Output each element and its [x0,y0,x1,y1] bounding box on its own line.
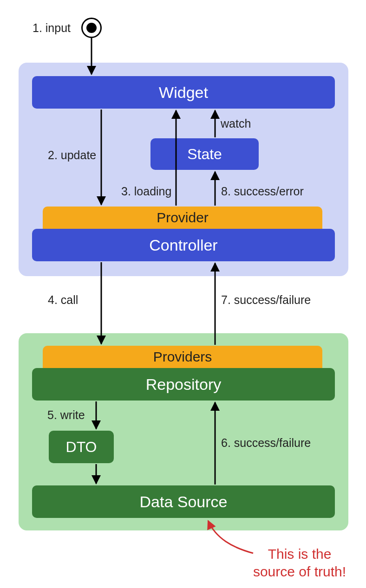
architecture-diagram: Provider Controller Widget State Provide… [0,0,366,588]
providers-label: Providers [153,349,212,365]
widget-label: Widget [159,84,208,102]
dto-label: DTO [66,439,97,456]
data-source-block: Data Source [32,485,335,518]
repository-label: Repository [146,375,222,394]
controller-label: Controller [149,236,217,254]
state-label: State [187,146,222,163]
loading-label: 3. loading [121,185,171,198]
input-label: 1. input [33,21,71,35]
call-label: 4. call [48,293,78,307]
watch-label: watch [221,117,251,130]
dto-block: DTO [49,431,114,463]
controller-block: Controller [32,229,335,261]
data-source-label: Data Source [140,493,228,511]
provider-block: Provider [43,207,322,229]
providers-block: Providers [43,346,322,368]
start-node-icon [81,18,102,38]
success-error-label: 8. success/error [221,185,304,198]
widget-block: Widget [32,76,335,109]
state-block: State [150,138,259,170]
provider-label: Provider [157,210,209,226]
write-label: 5. write [47,408,85,422]
update-label: 2. update [48,149,96,162]
repository-block: Repository [32,368,335,401]
source-of-truth-annotation: This is thesource of truth! [246,545,353,580]
success-failure-label: 6. success/failure [221,436,311,450]
success-failure-up-label: 7. success/failure [221,293,311,307]
